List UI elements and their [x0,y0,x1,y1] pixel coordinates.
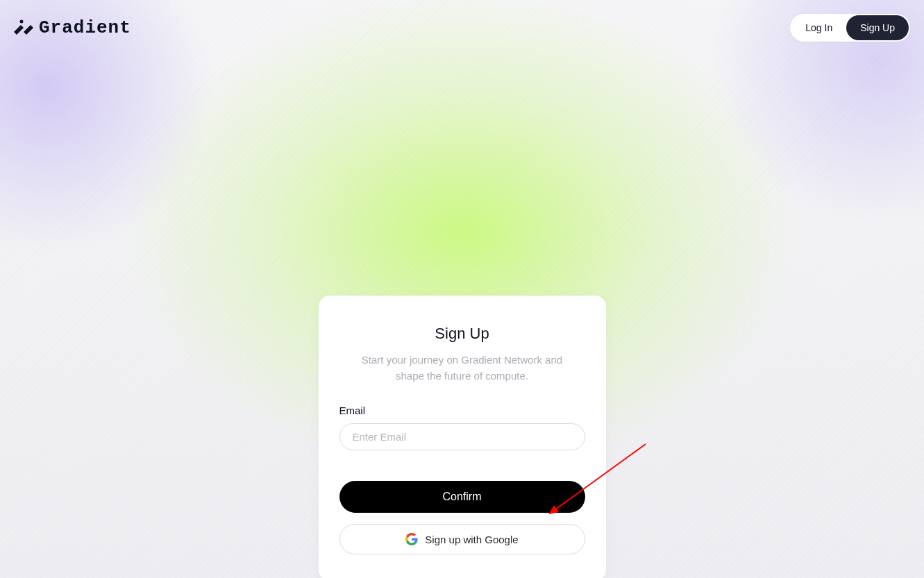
google-icon [405,533,418,545]
card-subtitle: Start your journey on Gradient Network a… [339,352,585,384]
signup-card: Sign Up Start your journey on Gradient N… [319,296,606,578]
gradient-logo-icon [14,19,33,36]
svg-point-0 [20,20,24,24]
auth-button-group: Log In Sign Up [790,14,910,42]
google-signup-label: Sign up with Google [425,534,518,545]
login-button[interactable]: Log In [791,15,846,40]
brand-name: Gradient [39,17,131,38]
brand-logo[interactable]: Gradient [14,17,131,38]
card-title: Sign Up [339,325,585,343]
confirm-button[interactable]: Confirm [339,481,585,513]
google-signup-button[interactable]: Sign up with Google [339,524,585,554]
signup-button[interactable]: Sign Up [846,15,909,40]
header: Gradient Log In Sign Up [0,14,924,42]
email-label: Email [339,405,585,416]
email-input[interactable] [339,423,585,450]
